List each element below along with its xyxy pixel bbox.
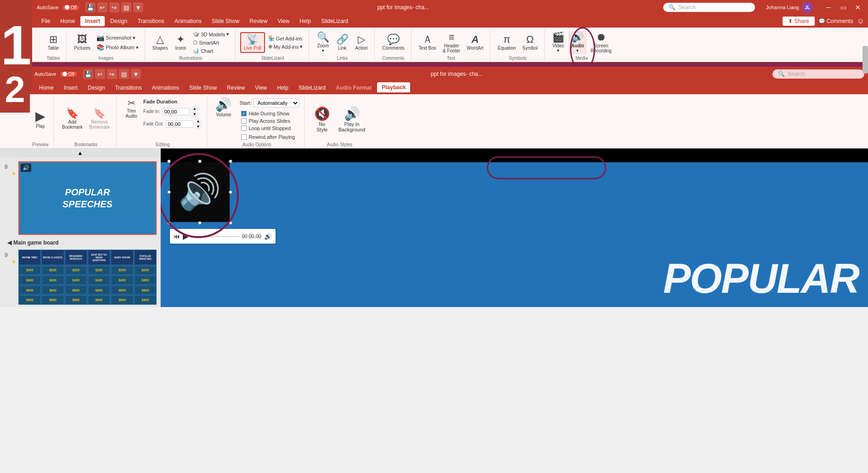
customize-icon-bottom[interactable]: ▼ <box>131 69 141 79</box>
menu-review-b[interactable]: Review <box>222 83 249 93</box>
fade-in-down[interactable]: ▼ <box>192 112 198 117</box>
player-volume-btn[interactable]: 🔊 <box>264 233 272 240</box>
save-icon[interactable]: 💾 <box>85 2 96 12</box>
chart-button[interactable]: 📊 Chart <box>191 47 231 55</box>
photo-album-button[interactable]: 📚 Photo Album ▾ <box>94 43 141 52</box>
screenshot-button[interactable]: 📷 Screenshot ▾ <box>94 33 141 42</box>
loop-checkbox[interactable] <box>241 125 247 131</box>
audio-format-tab[interactable]: Audio Format <box>331 83 376 93</box>
get-addins-button[interactable]: 🏪 Get Add-ins <box>266 34 305 42</box>
start-dropdown[interactable]: Automatically On Click <box>254 98 299 108</box>
search-bar-bottom[interactable]: 🔍 Search <box>772 69 864 79</box>
player-play-btn[interactable]: ▶ <box>183 232 188 241</box>
menu-insert[interactable]: Insert <box>80 16 105 26</box>
equation-button[interactable]: π Equation <box>495 33 519 52</box>
wordart-button[interactable]: A WordArt <box>464 33 486 52</box>
play-button[interactable]: ▶ Play <box>31 108 50 130</box>
slide-8-thumbnail[interactable]: POPULAR SPEECHES 🔊 <box>18 161 157 235</box>
comment-button[interactable]: 💬 Comments <box>379 33 407 52</box>
textbox-button[interactable]: Ａ Text Box <box>416 33 439 52</box>
menu-transitions-b[interactable]: Transitions <box>110 83 146 93</box>
redo-icon[interactable]: ↪ <box>109 2 119 12</box>
redo-icon-bottom[interactable]: ↪ <box>107 69 117 79</box>
menu-transitions[interactable]: Transitions <box>133 16 169 26</box>
link-button[interactable]: 🔗 Link <box>333 33 351 52</box>
customize-icon[interactable]: ▼ <box>133 2 143 12</box>
player-rewind-btn[interactable]: ⏮ <box>174 233 180 240</box>
share-button[interactable]: ⬆ Share <box>783 17 815 26</box>
rewind-checkbox-row[interactable]: Rewind after Playing <box>241 134 299 140</box>
my-addins-button[interactable]: ⊕ My Add-ins ▾ <box>266 43 305 51</box>
fade-in-input[interactable] <box>162 108 190 115</box>
remove-bookmark-button[interactable]: 🔖 RemoveBookmark <box>86 107 113 131</box>
menu-view-b[interactable]: View <box>250 83 271 93</box>
hide-show-checkbox-row[interactable]: ✓ Hide During Show <box>241 111 297 116</box>
symbol-button[interactable]: Ω Symbol <box>519 33 540 52</box>
present-icon[interactable]: ▤ <box>121 2 131 12</box>
undo-icon[interactable]: ↩ <box>97 2 107 12</box>
save-icon-bottom[interactable]: 💾 <box>83 69 93 79</box>
section-collapse-icon[interactable]: ◀ <box>7 239 11 246</box>
hide-show-checkbox[interactable]: ✓ <box>241 111 247 116</box>
slide-9-thumbnail[interactable]: RHYME TIME! MOVIE CLASSICS BROADWAY MUSI… <box>18 250 157 305</box>
player-progress-bar[interactable] <box>191 236 239 237</box>
menu-slideshow[interactable]: Slide Show <box>207 16 244 26</box>
menu-insert-b[interactable]: Insert <box>59 83 82 93</box>
rewind-checkbox[interactable] <box>241 134 247 140</box>
loop-checkbox-row[interactable]: Loop until Stopped <box>241 125 297 131</box>
minimize-btn-top[interactable]: ─ <box>822 2 835 12</box>
present-icon-bottom[interactable]: ▤ <box>119 69 129 79</box>
emoji-icon[interactable]: ☺ <box>857 17 864 25</box>
playback-tab[interactable]: Playback <box>377 82 410 94</box>
menu-review[interactable]: Review <box>245 16 272 26</box>
undo-icon-bottom[interactable]: ↩ <box>95 69 105 79</box>
menu-slidelizard-b[interactable]: SlideLizard <box>294 83 330 93</box>
add-bookmark-button[interactable]: 🔖 AddBookmark <box>59 107 85 131</box>
autosave-toggle-bottom[interactable]: Off <box>59 71 78 78</box>
menu-animations[interactable]: Animations <box>170 16 206 26</box>
menu-design[interactable]: Design <box>106 16 132 26</box>
menu-help[interactable]: Help <box>295 16 316 26</box>
play-slides-checkbox[interactable] <box>241 118 247 124</box>
menu-slidelizard[interactable]: SlideLizard <box>316 16 353 26</box>
smartart-button[interactable]: ⬡ SmartArt <box>191 39 231 46</box>
no-style-button[interactable]: 🔇 NoStyle <box>310 105 334 134</box>
playback-ribbon-content: ▶ Play Preview 🔖 AddBookmark 🔖 RemoveBoo… <box>0 96 868 148</box>
header-footer-button[interactable]: ≡ Header& Footer <box>440 31 463 55</box>
video-button[interactable]: 🎬 Video ▾ <box>549 31 568 54</box>
volume-button[interactable]: 🔊 Volume <box>213 97 234 119</box>
scroll-up[interactable]: ▲ <box>0 148 160 158</box>
icons-button[interactable]: ✦ Icons <box>171 33 190 52</box>
search-bar-top[interactable]: 🔍 Search <box>663 3 755 12</box>
fade-in-up[interactable]: ▲ <box>192 106 198 111</box>
menu-slideshow-b[interactable]: Slide Show <box>185 83 221 93</box>
menu-home-b[interactable]: Home <box>34 83 58 93</box>
restore-btn-top[interactable]: ▭ <box>837 2 850 12</box>
fade-out-down[interactable]: ▼ <box>195 124 202 129</box>
play-background-button[interactable]: 🔊 Play inBackground <box>335 105 369 134</box>
zoom-button[interactable]: 🔍 Zoom ▾ <box>314 31 332 54</box>
menu-view[interactable]: View <box>273 16 294 26</box>
audio-element[interactable]: 🔊 <box>170 162 230 222</box>
comments-button[interactable]: 💬 Comments <box>818 18 853 24</box>
play-slides-checkbox-row[interactable]: Play Across Slides <box>241 118 297 124</box>
menu-animations-b[interactable]: Animations <box>147 83 184 93</box>
audio-button[interactable]: 🔊 Audio ▾ <box>569 31 587 54</box>
fade-out-up[interactable]: ▲ <box>195 119 202 124</box>
fade-out-input[interactable] <box>166 120 193 128</box>
live-poll-button[interactable]: 📡 Live Poll <box>240 32 265 53</box>
menu-design-b[interactable]: Design <box>83 83 109 93</box>
autosave-toggle[interactable]: Off <box>62 4 80 11</box>
action-button[interactable]: ▷ Action <box>352 33 371 52</box>
table-button[interactable]: ⊞ Table <box>44 33 62 52</box>
screen-recording-button[interactable]: ⏺ ScreenRecording <box>588 31 614 55</box>
menu-file[interactable]: File <box>37 16 55 26</box>
close-btn-top[interactable]: ✕ <box>851 2 864 12</box>
pictures-button[interactable]: 🖼 Pictures <box>71 33 93 52</box>
shapes-button[interactable]: △ Shapes <box>150 33 171 52</box>
menu-home[interactable]: Home <box>56 16 79 26</box>
menu-help-b[interactable]: Help <box>272 83 293 93</box>
3dmodels-button[interactable]: 🎲 3D Models ▾ <box>191 30 231 38</box>
trim-audio-button[interactable]: ✂ TrimAudio <box>122 97 141 120</box>
search-placeholder-top: Search <box>678 4 696 11</box>
